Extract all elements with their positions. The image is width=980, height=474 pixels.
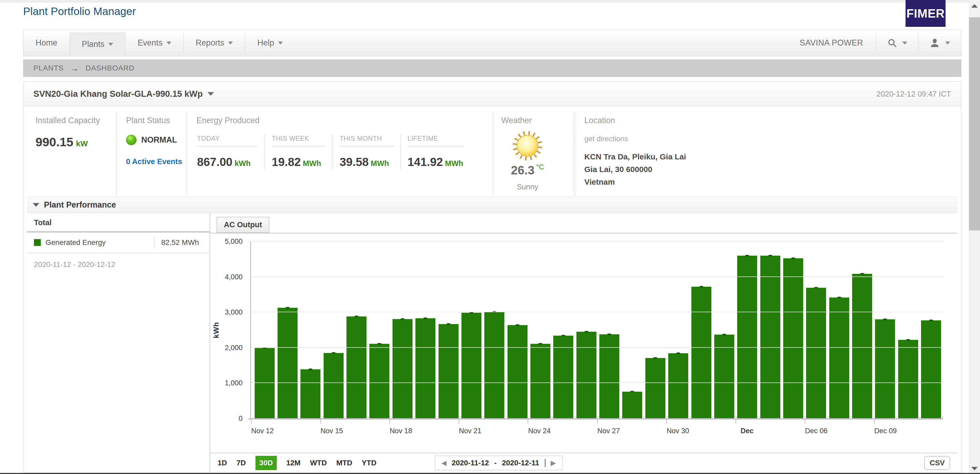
location-header: Location [584,116,961,125]
bar-dec-07[interactable] [829,297,849,418]
bar-dec-05[interactable] [783,258,803,418]
energy-metric-label: TODAY [197,135,258,146]
installed-capacity-header: Installed Capacity [35,116,116,125]
plant-portfolio-manager-page: Plant Portfolio Manager FIMER HomePlants… [0,0,980,474]
next-range-arrow[interactable]: ▶ [551,459,556,467]
nav-item-label: Plants [82,40,105,49]
bar-top-marker [309,369,312,370]
energy-produced-header: Energy Produced [197,116,493,125]
x-axis-tick [667,420,667,424]
bar-dec-08[interactable] [852,274,872,419]
breadcrumb-plants[interactable]: PLANTS [33,64,64,72]
user-icon[interactable] [929,38,940,48]
range-button-mtd[interactable]: MTD [336,459,352,467]
nav-item-home[interactable]: Home [24,30,70,56]
date-from[interactable]: 2020-11-12 [452,459,489,467]
range-button-12m[interactable]: 12M [286,459,301,467]
csv-export-button[interactable]: CSV [924,456,950,470]
scrollbar-up-arrow-icon[interactable] [971,4,978,8]
bar-slot [920,242,942,418]
get-directions-link[interactable]: get directions [584,135,961,143]
bar-nov-16[interactable] [347,317,366,418]
generated-energy-legend-swatch [34,239,41,246]
chevron-down-icon[interactable] [208,92,214,96]
range-button-30d[interactable]: 30D [255,456,277,470]
bar-top-marker [585,331,588,332]
bar-nov-20[interactable] [439,324,458,418]
bar-nov-28[interactable] [622,392,642,418]
active-events-link[interactable]: 0 Active Events [126,157,186,166]
tab-ac-output[interactable]: AC Output [216,217,269,233]
bar-nov-13[interactable] [278,308,298,418]
chart-bars [253,242,943,418]
date-to[interactable]: 2020-12-11 [502,459,539,467]
plant-selector[interactable]: SVN20-Gia Khang Solar-GLA-990.15 kWp [33,89,214,99]
y-axis-title: kWh [212,322,221,338]
bar-nov-25[interactable] [553,336,573,418]
bar-top-marker [814,287,818,289]
bar-top-marker [608,334,611,335]
sun-core [517,135,538,156]
bar-nov-26[interactable] [576,332,597,418]
range-button-7d[interactable]: 7D [237,459,246,467]
breadcrumb-dashboard: DASHBOARD [86,64,134,72]
bar-top-marker [423,318,427,319]
chart-plot-wrap: kWh 01,0002,0003,0004,0005,000Nov 12Nov … [210,234,958,453]
vertical-scrollbar[interactable] [969,0,980,474]
total-header: Total [27,213,210,231]
range-button-1d[interactable]: 1D [218,459,227,467]
collapse-triangle-icon[interactable] [33,203,39,207]
scrollbar-down-arrow-icon[interactable] [971,467,978,470]
bar-dec-03[interactable] [737,256,757,418]
bar-nov-21[interactable] [461,313,482,418]
nav-item-reports[interactable]: Reports [184,30,245,56]
bar-dec-04[interactable] [760,256,780,418]
bar-nov-30[interactable] [668,353,688,418]
bar-nov-14[interactable] [301,369,320,418]
y-gridline [251,382,943,383]
bar-dec-01[interactable] [691,287,711,418]
bar-nov-29[interactable] [645,358,665,418]
range-button-ytd[interactable]: YTD [362,459,377,467]
bar-top-marker [355,316,358,317]
plant-name[interactable]: SVN20-Gia Khang Solar-GLA-990.15 kWp [33,89,203,99]
bar-dec-09[interactable] [875,319,895,418]
bar-top-marker [286,307,290,309]
bar-nov-19[interactable] [415,318,436,418]
nav-item-events[interactable]: Events [126,30,183,56]
bar-nov-17[interactable] [369,344,389,418]
bar-top-marker [630,391,634,393]
chevron-down-icon[interactable] [902,41,907,45]
energy-metric-unit: MWh [303,159,321,167]
bar-slot [506,242,529,418]
nav-item-help[interactable]: Help [245,30,295,56]
bar-dec-06[interactable] [806,288,826,418]
user-menu[interactable] [918,30,961,56]
range-buttons: 1D7D30D12MWTDMTDYTD [218,456,377,470]
chevron-down-icon[interactable] [945,41,950,45]
prev-range-arrow[interactable]: ◀ [441,459,446,467]
bar-nov-23[interactable] [508,325,528,418]
nav-item-plants[interactable]: Plants [70,32,126,56]
plant-performance-section-header[interactable]: Plant Performance [27,197,958,213]
bar-nov-15[interactable] [324,353,344,418]
bar-slot [299,242,322,418]
plant-title-row: SVN20-Gia Khang Solar-GLA-990.15 kWp 202… [24,82,961,106]
bar-nov-27[interactable] [599,334,619,418]
bar-slot [345,242,368,418]
search-icon[interactable] [887,38,897,48]
bar-nov-24[interactable] [530,344,550,418]
range-button-wtd[interactable]: WTD [310,459,327,467]
bar-chart: kWh 01,0002,0003,0004,0005,000Nov 12Nov … [250,242,943,418]
y-axis-tick-label: 0 [212,415,243,423]
bar-nov-12[interactable] [255,348,275,418]
scrollbar-thumb[interactable] [969,17,980,231]
bar-dec-11[interactable] [921,320,941,418]
bar-nov-22[interactable] [484,312,504,418]
x-axis-line [248,418,943,420]
search-menu[interactable] [876,30,918,56]
date-range-picker[interactable]: ◀ 2020-11-12 - 2020-12-11 ▶ [434,456,563,470]
bar-dec-10[interactable] [898,340,918,418]
bar-nov-18[interactable] [393,319,412,418]
energy-metric-label: THIS WEEK [272,135,325,146]
